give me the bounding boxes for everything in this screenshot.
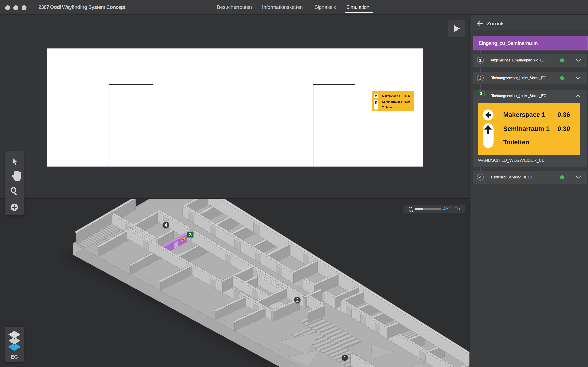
svg-text:0.36: 0.36 bbox=[404, 94, 410, 98]
svg-text:Makerspace 1: Makerspace 1 bbox=[503, 111, 545, 118]
svg-text:Seminarraum 1: Seminarraum 1 bbox=[382, 100, 402, 103]
svg-text:4: 4 bbox=[164, 222, 167, 228]
svg-text:0.30: 0.30 bbox=[558, 125, 570, 132]
svg-text:Toiletten: Toiletten bbox=[382, 106, 394, 109]
svg-text:0.36: 0.36 bbox=[558, 111, 570, 118]
svg-text:3: 3 bbox=[189, 232, 192, 237]
svg-text:Seminarraum 1: Seminarraum 1 bbox=[503, 125, 550, 132]
svg-text:Toiletten: Toiletten bbox=[503, 139, 529, 146]
svg-text:0.30: 0.30 bbox=[404, 100, 410, 103]
svg-text:1: 1 bbox=[344, 355, 346, 360]
svg-text:2: 2 bbox=[296, 297, 299, 303]
svg-text:Makerspace 1: Makerspace 1 bbox=[382, 94, 400, 98]
